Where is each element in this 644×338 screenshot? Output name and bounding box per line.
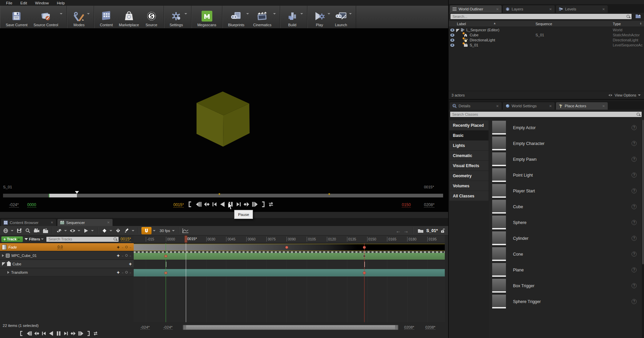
- help-icon[interactable]: ?: [632, 204, 637, 209]
- edit-marker-icon[interactable]: [123, 227, 130, 234]
- category-item[interactable]: All Classes: [449, 191, 488, 201]
- jump-end-button[interactable]: [259, 201, 266, 208]
- content-button[interactable]: Content: [97, 6, 116, 28]
- outliner-row[interactable]: DirectionalLightDirectionalLight: [449, 38, 644, 43]
- sequencer-current-time[interactable]: 0015*: [121, 237, 131, 242]
- search-tracks-input[interactable]: Search Tracks: [46, 236, 119, 242]
- playback-end-time[interactable]: 0150: [402, 202, 411, 208]
- modes-button[interactable]: Modes: [70, 6, 88, 28]
- next-key-button[interactable]: [243, 201, 250, 208]
- loop-button[interactable]: [92, 330, 99, 337]
- category-item[interactable]: Geometry: [449, 171, 488, 181]
- tab-layers[interactable]: Layers ✕: [503, 5, 555, 13]
- visibility-eye-icon[interactable]: [450, 28, 455, 32]
- view-range-end[interactable]: 0208*: [404, 325, 414, 330]
- add-key-button[interactable]: +: [117, 270, 120, 275]
- collapse-arrow-icon[interactable]: [2, 262, 5, 266]
- actor-label[interactable]: L_Sequncer (Editor): [466, 28, 499, 32]
- tab-world-settings[interactable]: World Settings ✕: [503, 102, 555, 110]
- help-icon[interactable]: ?: [632, 283, 637, 288]
- chevron-down-icon[interactable]: [273, 13, 276, 16]
- chevron-down-icon[interactable]: [328, 13, 330, 16]
- step-previous-button[interactable]: [195, 201, 202, 208]
- tab-levels[interactable]: Levels ✕: [556, 5, 608, 13]
- placeable-item[interactable]: Player Start ?: [489, 183, 641, 199]
- chevron-down-icon[interactable]: [64, 230, 67, 233]
- chevron-down-icon[interactable]: [349, 13, 352, 16]
- build-button[interactable]: Build: [283, 6, 302, 28]
- close-icon[interactable]: ✕: [599, 7, 605, 11]
- keyframe[interactable]: [285, 246, 288, 249]
- close-icon[interactable]: ✕: [47, 221, 53, 224]
- placeable-item[interactable]: Sphere ?: [489, 215, 641, 230]
- working-range-end[interactable]: 0208*: [425, 325, 435, 330]
- close-icon[interactable]: ✕: [493, 7, 499, 11]
- play-reverse-button[interactable]: [48, 330, 54, 337]
- source-button[interactable]: Source: [142, 6, 161, 28]
- visibility-eye-icon[interactable]: [450, 43, 455, 47]
- pause-button[interactable]: [55, 330, 62, 337]
- jump-forward-button[interactable]: [251, 201, 258, 208]
- curve-editor-icon[interactable]: [182, 227, 189, 234]
- column-sequence[interactable]: Sequence: [535, 22, 552, 26]
- category-item[interactable]: Basic: [449, 130, 488, 141]
- menu-item[interactable]: Help: [53, 1, 69, 5]
- scrollbar[interactable]: [642, 120, 644, 338]
- outliner-column-header[interactable]: Label ▲ Sequence Type ⇟: [449, 21, 644, 27]
- loop-button[interactable]: [267, 201, 274, 208]
- actions-wrench-icon[interactable]: [55, 227, 63, 234]
- world-options-icon[interactable]: [2, 227, 9, 234]
- menu-item[interactable]: File: [2, 1, 16, 5]
- cinematic-scrub-bar[interactable]: [3, 194, 443, 197]
- placeable-item[interactable]: Empty Pawn ?: [489, 151, 641, 167]
- actor-label[interactable]: Cube: [470, 33, 478, 37]
- mpc-section[interactable]: [134, 252, 445, 260]
- help-icon[interactable]: ?: [632, 173, 637, 178]
- playback-start-time[interactable]: 0000: [27, 202, 36, 208]
- outliner-row[interactable]: CubeS_01StaticMeshActor: [449, 33, 644, 38]
- keyframe-nav[interactable]: ←→: [121, 254, 132, 257]
- track-row-transform[interactable]: Transform + ←→: [0, 268, 134, 276]
- jump-end-button[interactable]: [85, 330, 91, 337]
- expand-arrow-icon[interactable]: [2, 254, 4, 257]
- view-range-end[interactable]: 0208*: [424, 202, 434, 208]
- placeable-item[interactable]: Cone ?: [489, 246, 641, 262]
- tab-sequencer[interactable]: Sequencer ✕: [57, 219, 113, 226]
- step-forward-button[interactable]: [235, 201, 242, 208]
- menu-item[interactable]: Window: [31, 1, 53, 5]
- view-range-start[interactable]: -024*: [9, 202, 19, 208]
- scrollbar-handle-left[interactable]: [183, 325, 186, 330]
- category-item[interactable]: Visual Effects: [449, 161, 488, 171]
- launch-button[interactable]: Launch: [332, 6, 350, 28]
- search-icon[interactable]: [24, 227, 32, 234]
- close-icon[interactable]: ✕: [546, 104, 552, 108]
- visibility-eye-icon[interactable]: [450, 33, 455, 37]
- track-value[interactable]: 0.0: [57, 245, 62, 249]
- help-icon[interactable]: ?: [632, 236, 637, 241]
- unlock-icon[interactable]: [440, 228, 445, 233]
- help-icon[interactable]: ?: [632, 125, 637, 130]
- timeline-scrollbar[interactable]: [183, 325, 398, 330]
- scrollbar-thumb[interactable]: [183, 325, 398, 330]
- add-track-button[interactable]: + Track: [1, 236, 23, 242]
- help-icon[interactable]: ?: [632, 299, 637, 304]
- forward-arrow-icon[interactable]: →: [403, 228, 409, 234]
- chevron-down-icon[interactable]: [132, 230, 134, 233]
- transform-section[interactable]: [134, 269, 445, 276]
- tab-details[interactable]: i Details ✕: [450, 102, 502, 110]
- expand-arrow-icon[interactable]: [7, 271, 9, 274]
- chevron-down-icon[interactable]: [153, 230, 156, 233]
- chevron-down-icon[interactable]: [172, 230, 175, 233]
- marketplace-button[interactable]: Marketplace: [116, 6, 142, 28]
- megascans-button[interactable]: Megascans: [194, 6, 219, 28]
- play-button[interactable]: Play: [310, 6, 329, 28]
- tab-world-outliner[interactable]: World Outliner ✕: [450, 5, 502, 13]
- help-icon[interactable]: ?: [632, 157, 637, 162]
- menu-item[interactable]: Edit: [16, 1, 31, 5]
- view-options-button[interactable]: View Options: [608, 93, 641, 97]
- create-folder-button[interactable]: +: [635, 13, 641, 18]
- save-current-button[interactable]: Save Current: [3, 6, 31, 28]
- level-viewport[interactable]: S_01 0015* -024* 0000 0015* 0150 0208* P…: [0, 28, 448, 212]
- sort-asc-icon[interactable]: ▲: [493, 22, 496, 25]
- playhead-marker[interactable]: 0015*: [184, 235, 187, 243]
